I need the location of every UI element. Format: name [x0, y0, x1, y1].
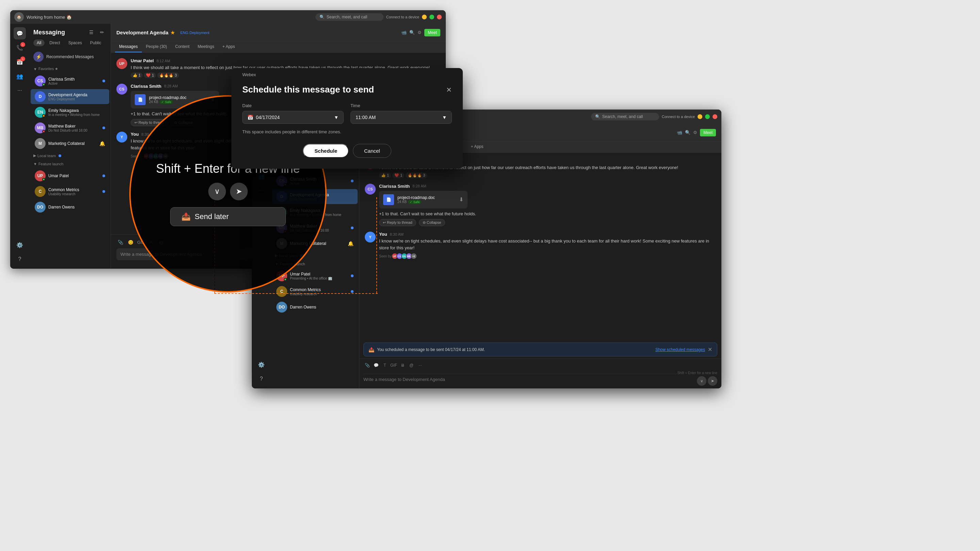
chat-icon-fg[interactable]: 💬 — [372, 362, 380, 369]
settings-icon-fg[interactable]: ⚙ — [693, 130, 697, 135]
mute-icon-marketing-bg: 🔔 — [99, 141, 105, 146]
tab-messages-bg[interactable]: Messages — [115, 41, 142, 52]
date-value: 04/17/2024 — [256, 114, 280, 120]
settings-nav-bg[interactable]: ⚙️ — [14, 239, 26, 251]
minimize-btn-fg[interactable] — [698, 114, 702, 119]
more-tools-fg[interactable]: ··· — [417, 362, 424, 369]
contact-name-emily-bg: Emily Nakagawa — [48, 108, 105, 113]
search-icon-fg: 🔍 — [595, 114, 600, 119]
filter-public-bg[interactable]: Public — [87, 40, 105, 46]
settings-nav-fg[interactable]: ⚙️ — [255, 359, 267, 371]
connect-device-fg[interactable]: Connect to a device — [662, 114, 695, 119]
time-select[interactable]: 11:00 AM ▼ — [350, 111, 452, 124]
contact-common-bg[interactable]: C Common Metrics Usability research — [30, 184, 109, 199]
dialog-close-btn[interactable]: ✕ — [446, 86, 452, 94]
msg-avatar-you-fg: Y — [365, 232, 375, 243]
contact-emily-bg[interactable]: EN Emily Nakagawa In a meeting • Working… — [30, 105, 109, 120]
tab-meetings-bg[interactable]: Meetings — [194, 41, 218, 52]
mention-btn-fg[interactable]: @ — [408, 362, 415, 369]
send-later-btn[interactable]: 📤 Send later — [170, 207, 286, 226]
meetings-nav-bg[interactable]: 📅 1 — [14, 56, 26, 68]
cancel-btn[interactable]: Cancel — [353, 144, 391, 158]
close-btn-fg[interactable] — [713, 114, 717, 119]
contact-info-clarissa-bg: Clarissa Smith Active — [48, 77, 100, 86]
settings-icon-bg[interactable]: ⚙ — [417, 30, 422, 35]
maximize-btn-bg[interactable] — [430, 14, 434, 19]
filter-spaces-bg[interactable]: Spaces — [65, 40, 86, 46]
favorites-section-bg[interactable]: ▼ Favorites ★ — [29, 65, 111, 73]
fg-down-btn[interactable]: ∨ — [697, 376, 706, 386]
more-nav-bg[interactable]: ··· — [14, 84, 26, 97]
gif-btn-fg[interactable]: GIF — [390, 362, 398, 369]
contact-matthew-bg[interactable]: MB Matthew Baker Do Not Disturb until 16… — [30, 121, 109, 135]
show-scheduled-link[interactable]: Show scheduled messages — [655, 347, 705, 352]
reaction-heart-fg[interactable]: ❤️ 1 — [392, 172, 404, 178]
recommended-messages-bg[interactable]: ⚡ Recommended Messages — [29, 49, 111, 65]
collapse-btn-fg[interactable]: ⊖ Collapse — [419, 219, 445, 226]
msg-name-clarissa-fg: Clarissa Smith — [379, 184, 410, 189]
filter-all-bg[interactable]: All — [33, 40, 45, 46]
search-icon2-bg[interactable]: 🔍 — [409, 30, 415, 35]
maximize-btn-fg[interactable] — [705, 114, 710, 119]
tab-apps-bg[interactable]: + Apps — [218, 41, 239, 52]
emoji-btn-bg[interactable]: 😊 — [127, 238, 135, 246]
screen-btn-fg[interactable]: 🖥 — [399, 362, 406, 369]
contact-darren-bg[interactable]: DO Darren Owens — [30, 200, 109, 214]
messages-nav-bg[interactable]: 💬 — [14, 27, 26, 40]
help-nav-bg[interactable]: ? — [14, 253, 26, 265]
feature-launch-section-bg[interactable]: ▼ Feature launch — [29, 160, 111, 168]
search-icon2-fg[interactable]: 🔍 — [685, 130, 690, 135]
people-nav-bg[interactable]: 👥 — [14, 70, 26, 82]
help-nav-fg[interactable]: ? — [255, 373, 267, 385]
reaction-heart-bg[interactable]: ❤️ 1 — [144, 73, 156, 78]
time-chevron: ▼ — [442, 114, 447, 120]
connect-device-bg[interactable]: Connect to a device — [386, 15, 419, 19]
msg-header-clarissa-fg: Clarissa Smith 8:28 AM — [379, 184, 716, 189]
star-icon-bg[interactable]: ★ — [170, 30, 175, 35]
minimize-btn-bg[interactable] — [422, 14, 427, 19]
file-size-bg: 24 KB — [149, 100, 158, 104]
video-icon-bg[interactable]: 📹 — [401, 30, 407, 35]
contact-marketing-bg[interactable]: M Marketing Collateral 🔔 — [30, 136, 109, 151]
close-btn-bg[interactable] — [437, 14, 442, 19]
unread-matthew-bg — [102, 127, 105, 129]
tab-people-bg[interactable]: People (30) — [142, 41, 171, 52]
callout-send-arrow[interactable]: ➤ — [230, 183, 248, 200]
fg-send-btn[interactable]: ➤ — [708, 376, 717, 386]
filter-btn-bg[interactable]: ☰ — [87, 28, 95, 37]
filter-direct-bg[interactable]: Direct — [46, 40, 63, 46]
date-select[interactable]: 📅 04/17/2024 ▼ — [242, 111, 344, 124]
reaction-thumb-bg[interactable]: 👍 1 — [130, 73, 143, 78]
reaction-fire-fg[interactable]: 🔥🔥🔥 3 — [406, 172, 427, 178]
mute-icon-marketing-fg: 🔔 — [348, 241, 353, 246]
fg-message-input[interactable]: Write a message to Development Agenda — [363, 374, 677, 383]
video-icon-fg[interactable]: 📹 — [677, 130, 682, 135]
download-icon-fg[interactable]: ⬇ — [459, 196, 463, 203]
search-bar-bg[interactable]: 🔍 Search, meet, and call — [315, 13, 383, 21]
tab-apps-fg[interactable]: + Apps — [466, 141, 487, 152]
meet-btn-bg[interactable]: Meet — [424, 29, 440, 37]
reaction-fire-bg[interactable]: 🔥🔥🔥 3 — [157, 73, 179, 78]
schedule-btn[interactable]: Schedule — [303, 144, 349, 158]
attach-btn-fg[interactable]: 📎 — [363, 362, 371, 369]
contact-name-matthew-bg: Matthew Baker — [48, 124, 100, 129]
contact-clarissa-bg[interactable]: CS Clarissa Smith Active — [30, 73, 109, 89]
meet-btn-fg[interactable]: Meet — [700, 129, 716, 137]
reply-thread-btn-fg[interactable]: ↩ Reply to thread — [379, 219, 416, 226]
emoji-btn-fg[interactable]: T — [381, 362, 388, 369]
contact-common-fg[interactable]: C Common Metrics Usability research — [272, 284, 358, 299]
contact-umar-bg[interactable]: UP Umar Patel — [30, 168, 109, 183]
callout-down-arrow[interactable]: ∨ — [208, 183, 226, 200]
avatar-matthew-bg: MB — [35, 122, 46, 133]
scheduled-close-btn[interactable]: ✕ — [708, 346, 712, 353]
calls-nav-bg[interactable]: 📞 1 — [14, 41, 26, 54]
attach-btn-bg[interactable]: 📎 — [116, 238, 124, 246]
tab-content-bg[interactable]: Content — [171, 41, 194, 52]
compose-btn-bg[interactable]: ✏ — [98, 28, 107, 37]
local-team-section-bg[interactable]: ▶ Local team — [29, 151, 111, 160]
contact-devagenda-bg[interactable]: D Development Agenda ENG Deployment — [30, 89, 109, 104]
file-attachment-fg[interactable]: 📄 project-roadmap.doc 24 KB ✓ Safe ⬇ — [379, 191, 468, 208]
reaction-thumb-fg[interactable]: 👍 1 — [379, 172, 391, 178]
contact-darren-fg[interactable]: DO Darren Owens — [272, 300, 358, 314]
search-bar-fg[interactable]: 🔍 Search, meet, and call — [591, 113, 659, 121]
